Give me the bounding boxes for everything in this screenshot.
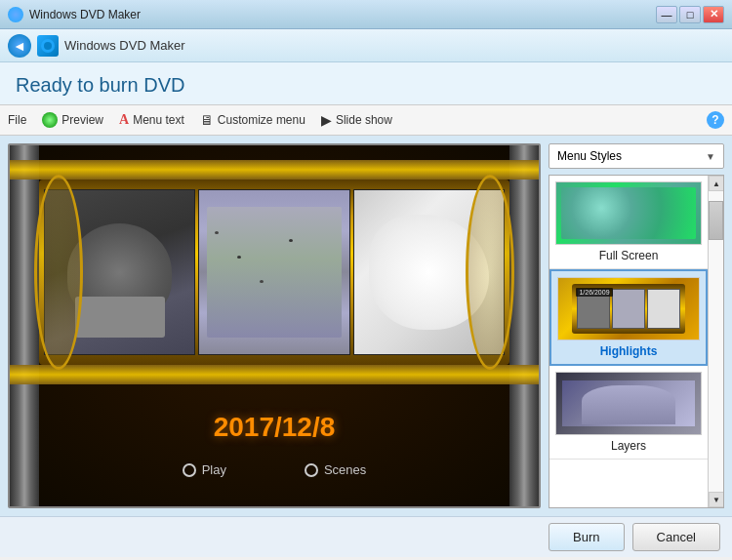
bottom-bar: Burn Cancel — [0, 516, 732, 557]
layers-thumb-bg — [556, 373, 701, 434]
mini-photo3 — [647, 289, 680, 328]
mini-photo2 — [612, 289, 645, 328]
menu-text-label: Menu text — [133, 113, 184, 127]
flower-bg — [561, 187, 696, 239]
layers-inner — [562, 380, 695, 426]
scroll-thumb-area — [709, 191, 723, 492]
maximize-button[interactable]: □ — [679, 6, 701, 23]
mini-barrel: 1/26/2009 — [572, 284, 684, 333]
customize-menu-button[interactable]: 🖥 Customize menu — [200, 112, 305, 128]
style-item-highlights[interactable]: 1/26/2009 Highlights — [549, 269, 708, 366]
menu-text-icon: A — [119, 112, 129, 128]
slide-show-icon: ▶ — [321, 112, 332, 128]
window-controls[interactable]: — □ ✕ — [656, 6, 724, 23]
back-icon: ◄ — [13, 38, 26, 54]
preview-icon — [42, 112, 58, 128]
film-strip — [44, 189, 505, 355]
customize-icon: 🖥 — [200, 112, 214, 128]
scroll-down-button[interactable]: ▼ — [709, 492, 724, 507]
barrel-ring-right — [466, 175, 514, 370]
style-thumb-layers — [555, 372, 702, 435]
barrel-area — [39, 180, 509, 365]
menu-styles-dropdown[interactable]: Menu Styles ▼ — [549, 143, 724, 169]
back-button[interactable]: ◄ — [8, 34, 31, 58]
minimize-button[interactable]: — — [656, 6, 677, 23]
cancel-button[interactable]: Cancel — [632, 523, 720, 551]
menu-text-button[interactable]: A Menu text — [119, 112, 184, 128]
main-area: 2017/12/8 Play Scenes Menu Styles ▼ — [0, 136, 732, 516]
play-radio — [183, 463, 196, 477]
preview-label: Preview — [61, 113, 103, 127]
date-badge: 1/26/2009 — [576, 288, 612, 297]
preview-panel: 2017/12/8 Play Scenes — [8, 143, 541, 508]
bird2 — [237, 256, 241, 259]
svg-point-1 — [44, 42, 52, 50]
app-icon — [8, 7, 23, 22]
style-item-fullscreen[interactable]: Full Screen — [549, 176, 708, 269]
customize-menu-label: Customize menu — [218, 113, 305, 127]
preview-button[interactable]: Preview — [42, 112, 103, 128]
fullscreen-thumb-inner — [561, 187, 696, 239]
toolbar: File Preview A Menu text 🖥 Customize men… — [0, 104, 732, 136]
title-bar: Windows DVD Maker — □ ✕ — [0, 0, 732, 29]
burn-button[interactable]: Burn — [549, 523, 624, 551]
bird1 — [215, 231, 219, 234]
right-panel: Menu Styles ▼ Full Scr — [549, 143, 724, 508]
help-button[interactable]: ? — [707, 111, 724, 129]
style-item-layers[interactable]: Layers — [549, 366, 708, 460]
scenes-control[interactable]: Scenes — [305, 462, 366, 477]
scenes-label: Scenes — [324, 462, 366, 477]
style-list-container: Full Screen — [549, 175, 724, 508]
page-title: Ready to burn DVD — [16, 74, 716, 97]
gold-band-top — [10, 160, 539, 180]
nav-title: Windows DVD Maker — [64, 38, 185, 53]
scenes-radio — [305, 463, 318, 477]
preview-background: 2017/12/8 Play Scenes — [10, 145, 539, 506]
scroll-track: ▲ ▼ — [708, 176, 723, 507]
highlights-thumb-bg: 1/26/2009 — [558, 278, 699, 340]
dropdown-arrow-icon: ▼ — [706, 151, 715, 162]
preview-controls: Play Scenes — [10, 462, 539, 477]
barrel-ring-left — [34, 175, 83, 370]
birds-bg — [207, 207, 342, 338]
arch-shape — [582, 385, 674, 424]
file-menu[interactable]: File — [8, 113, 26, 127]
style-label-fullscreen: Full Screen — [555, 249, 702, 262]
file-label: File — [8, 113, 26, 127]
close-button[interactable]: ✕ — [703, 6, 724, 23]
style-thumb-highlights: 1/26/2009 — [557, 277, 700, 340]
right-pillar — [509, 145, 539, 506]
style-list: Full Screen — [549, 176, 708, 507]
play-control[interactable]: Play — [183, 462, 226, 477]
play-label: Play — [202, 462, 226, 477]
scroll-up-button[interactable]: ▲ — [709, 176, 724, 191]
style-label-highlights: Highlights — [557, 344, 700, 358]
window-title: Windows DVD Maker — [29, 8, 141, 21]
title-bar-left: Windows DVD Maker — [8, 7, 141, 22]
content-header: Ready to burn DVD — [0, 62, 732, 104]
app-logo — [37, 35, 59, 57]
slide-show-label: Slide show — [336, 113, 392, 127]
date-display: 2017/12/8 — [10, 412, 539, 443]
left-pillar — [10, 145, 39, 506]
photo-2 — [198, 189, 349, 355]
fullscreen-thumb-bg — [556, 182, 701, 244]
seal-body — [75, 297, 165, 338]
nav-bar: ◄ Windows DVD Maker — [0, 29, 732, 62]
dropdown-label: Menu Styles — [557, 149, 622, 163]
help-icon: ? — [712, 113, 718, 127]
style-thumb-fullscreen — [555, 181, 702, 245]
style-label-layers: Layers — [555, 439, 702, 453]
slide-show-button[interactable]: ▶ Slide show — [321, 112, 392, 128]
scroll-thumb[interactable] — [709, 201, 723, 240]
gold-band-bottom — [10, 365, 539, 384]
